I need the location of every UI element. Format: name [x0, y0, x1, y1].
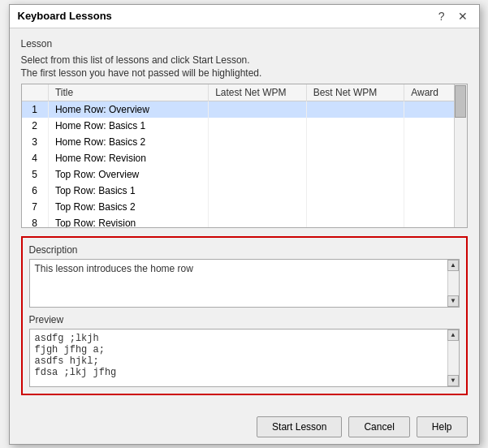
dialog-body: Lesson Select from this list of lessons … — [10, 28, 479, 410]
preview-line: fjgh jfhg a; — [35, 344, 454, 355]
row-latest-wpm — [209, 134, 307, 150]
bottom-bar: Start Lesson Cancel Help — [10, 410, 479, 444]
row-latest-wpm — [209, 166, 307, 183]
preview-scrollbar[interactable]: ▲ ▼ — [447, 330, 459, 386]
scrollbar-thumb[interactable] — [455, 85, 466, 118]
description-area: This lesson introduces the home row ▲ ▼ — [29, 259, 460, 308]
preview-line: asdfg ;lkjh — [35, 333, 454, 344]
table-row[interactable]: 7 Top Row: Basics 2 — [22, 199, 467, 215]
close-button[interactable]: ✕ — [455, 10, 471, 23]
table-row[interactable]: 3 Home Row: Basics 2 — [22, 134, 467, 150]
preview-label: Preview — [29, 314, 460, 325]
desc-scroll-down[interactable]: ▼ — [447, 295, 459, 307]
table-header-row: Title Latest Net WPM Best Net WPM Award — [22, 84, 467, 101]
preview-content: asdfg ;lkjhfjgh jfhg a;asdfs hjkl;fdsa ;… — [35, 333, 454, 378]
desc-scroll-up[interactable]: ▲ — [447, 260, 459, 271]
row-best-wpm — [306, 183, 404, 199]
description-text: This lesson introduces the home row — [35, 263, 193, 274]
row-latest-wpm — [209, 101, 307, 118]
col-title: Title — [48, 84, 208, 101]
row-title: Home Row: Basics 1 — [48, 118, 208, 134]
row-best-wpm — [306, 118, 404, 134]
preview-scroll-up[interactable]: ▲ — [447, 330, 459, 341]
preview-scroll-track — [448, 341, 458, 375]
cancel-button[interactable]: Cancel — [348, 416, 409, 437]
row-latest-wpm — [209, 118, 307, 134]
row-num: 7 — [22, 199, 49, 215]
table-row[interactable]: 5 Top Row: Overview — [22, 166, 467, 183]
dialog-window: Keyboard Lessons ? ✕ Lesson Select from … — [9, 4, 480, 445]
row-title: Home Row: Revision — [48, 150, 208, 166]
description-label: Description — [29, 244, 460, 256]
row-title: Top Row: Basics 1 — [48, 183, 208, 199]
desc-scroll-track — [448, 271, 458, 295]
row-title: Home Row: Overview — [48, 101, 208, 118]
lesson-group-label: Lesson — [21, 38, 468, 50]
row-num: 1 — [22, 101, 49, 118]
desc-preview-wrapper: Description This lesson introduces the h… — [21, 236, 468, 395]
table-row[interactable]: 1 Home Row: Overview — [22, 101, 467, 118]
row-latest-wpm — [209, 199, 307, 215]
instruction-1: Select from this list of lessons and cli… — [21, 54, 468, 66]
row-num: 3 — [22, 134, 49, 150]
row-num: 8 — [22, 215, 49, 228]
preview-section: Preview asdfg ;lkjhfjgh jfhg a;asdfs hjk… — [29, 314, 460, 387]
row-best-wpm — [306, 199, 404, 215]
desc-scrollbar[interactable]: ▲ ▼ — [447, 260, 459, 307]
title-bar: Keyboard Lessons ? ✕ — [10, 5, 479, 28]
preview-area: asdfg ;lkjhfjgh jfhg a;asdfs hjkl;fdsa ;… — [29, 329, 460, 387]
row-best-wpm — [306, 215, 404, 228]
row-best-wpm — [306, 166, 404, 183]
row-title: Home Row: Basics 2 — [48, 134, 208, 150]
table-row[interactable]: 6 Top Row: Basics 1 — [22, 183, 467, 199]
preview-line: fdsa ;lkj jfhg — [35, 367, 454, 378]
col-latest-wpm: Latest Net WPM — [209, 84, 307, 101]
row-latest-wpm — [209, 183, 307, 199]
row-title: Top Row: Revision — [48, 215, 208, 228]
row-title: Top Row: Overview — [48, 166, 208, 183]
row-latest-wpm — [209, 150, 307, 166]
instruction-2: The first lesson you have not passed wil… — [21, 67, 468, 79]
row-best-wpm — [306, 150, 404, 166]
table-row[interactable]: 4 Home Row: Revision — [22, 150, 467, 166]
lesson-table: Title Latest Net WPM Best Net WPM Award … — [22, 84, 467, 228]
dialog-title: Keyboard Lessons — [18, 10, 112, 22]
title-bar-controls: ? ✕ — [435, 10, 471, 23]
row-title: Top Row: Basics 2 — [48, 199, 208, 215]
row-latest-wpm — [209, 215, 307, 228]
col-num — [22, 84, 49, 101]
table-scrollbar[interactable] — [454, 84, 467, 227]
preview-line: asdfs hjkl; — [35, 355, 454, 367]
col-best-wpm: Best Net WPM — [306, 84, 404, 101]
row-num: 4 — [22, 150, 49, 166]
row-num: 2 — [22, 118, 49, 134]
help-button[interactable]: ? — [435, 10, 448, 23]
row-num: 6 — [22, 183, 49, 199]
row-best-wpm — [306, 134, 404, 150]
description-section: Description This lesson introduces the h… — [29, 244, 460, 308]
table-row[interactable]: 2 Home Row: Basics 1 — [22, 118, 467, 134]
row-best-wpm — [306, 101, 404, 118]
lesson-section: Lesson Select from this list of lessons … — [21, 38, 468, 228]
table-row[interactable]: 8 Top Row: Revision — [22, 215, 467, 228]
lesson-table-container[interactable]: Title Latest Net WPM Best Net WPM Award … — [21, 84, 468, 228]
row-num: 5 — [22, 166, 49, 183]
help-bottom-button[interactable]: Help — [417, 416, 468, 437]
preview-scroll-down[interactable]: ▼ — [447, 375, 459, 386]
start-lesson-button[interactable]: Start Lesson — [257, 416, 342, 437]
